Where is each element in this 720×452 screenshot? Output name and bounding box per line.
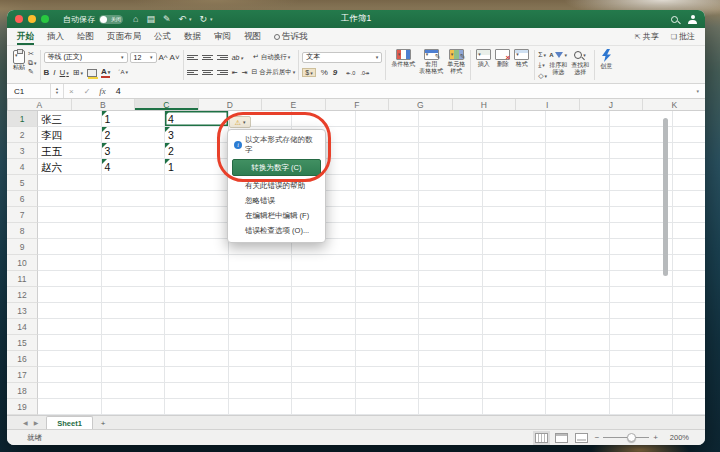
cell-G18[interactable] (419, 383, 483, 399)
row-header-2[interactable]: 2 (7, 127, 38, 143)
cell-K14[interactable] (673, 319, 705, 335)
column-header-A[interactable]: A (8, 99, 72, 110)
ideas-button[interactable]: 创意 (598, 48, 614, 82)
decrease-indent-button[interactable]: ⇤ (232, 69, 238, 77)
cell-G13[interactable] (419, 303, 483, 319)
tab-审阅[interactable]: 审阅 (214, 28, 231, 45)
cell-F1[interactable] (356, 111, 420, 127)
cell-C4[interactable]: 1 (165, 159, 229, 175)
cell-A7[interactable] (38, 207, 102, 223)
number-format-combo[interactable]: 文本 (302, 52, 382, 63)
italic-button[interactable]: I (53, 68, 55, 77)
cell-I5[interactable] (546, 175, 610, 191)
cell-B2[interactable]: 2 (102, 127, 166, 143)
cell-K13[interactable] (673, 303, 705, 319)
cell-E18[interactable] (292, 383, 356, 399)
currency-button[interactable]: $ (302, 68, 315, 77)
increase-decimal-button[interactable]: ↞.0 (346, 70, 355, 76)
cell-C15[interactable] (165, 335, 229, 351)
cell-C19[interactable] (165, 399, 229, 415)
edit-icon[interactable]: ✎ (163, 14, 171, 24)
row-header-11[interactable]: 11 (7, 271, 38, 287)
redo-icon[interactable]: ↻ (200, 14, 208, 24)
cell-D10[interactable] (229, 255, 293, 271)
tab-页面布局[interactable]: 页面布局 (107, 28, 141, 45)
cell-A2[interactable]: 李四 (38, 127, 102, 143)
cell-B8[interactable] (102, 223, 166, 239)
column-header-C[interactable]: C (135, 99, 199, 110)
cell-H13[interactable] (483, 303, 547, 319)
bold-button[interactable]: B (44, 68, 50, 77)
cell-D17[interactable] (229, 367, 293, 383)
cell-G9[interactable] (419, 239, 483, 255)
account-icon[interactable] (688, 15, 697, 24)
cell-E19[interactable] (292, 399, 356, 415)
cell-A14[interactable] (38, 319, 102, 335)
cell-D19[interactable] (229, 399, 293, 415)
cell-I17[interactable] (546, 367, 610, 383)
error-menu-item[interactable]: 转换为数字 (C) (232, 159, 321, 176)
cell-G6[interactable] (419, 191, 483, 207)
cell-D14[interactable] (229, 319, 293, 335)
cell-B9[interactable] (102, 239, 166, 255)
cell-E14[interactable] (292, 319, 356, 335)
font-color-button[interactable]: A (101, 68, 110, 78)
cell-F2[interactable] (356, 127, 420, 143)
minimize-window-button[interactable] (28, 15, 36, 23)
row-header-4[interactable]: 4 (7, 159, 38, 175)
cell-C12[interactable] (165, 287, 229, 303)
cell-I6[interactable] (546, 191, 610, 207)
cell-C6[interactable] (165, 191, 229, 207)
cell-G17[interactable] (419, 367, 483, 383)
align-middle-button[interactable] (202, 53, 213, 62)
cell-E15[interactable] (292, 335, 356, 351)
cell-K15[interactable] (673, 335, 705, 351)
cell-A3[interactable]: 王五 (38, 143, 102, 159)
cell-I16[interactable] (546, 351, 610, 367)
insert-function-icon[interactable]: fx (95, 86, 110, 96)
row-header-15[interactable]: 15 (7, 335, 38, 351)
add-sheet-button[interactable]: + (93, 417, 114, 429)
grow-font-button[interactable]: A^ (159, 53, 168, 62)
cell-F17[interactable] (356, 367, 420, 383)
row-header-9[interactable]: 9 (7, 239, 38, 255)
error-menu-item[interactable]: 忽略错误 (228, 193, 325, 208)
cell-F4[interactable] (356, 159, 420, 175)
cell-F8[interactable] (356, 223, 420, 239)
row-header-10[interactable]: 10 (7, 255, 38, 271)
cell-I14[interactable] (546, 319, 610, 335)
cell-C18[interactable] (165, 383, 229, 399)
tab-视图[interactable]: 视图 (244, 28, 261, 45)
enter-icon[interactable]: ✓ (79, 87, 96, 96)
error-menu-item[interactable]: 错误检查选项 (O)... (228, 223, 325, 238)
cell-A16[interactable] (38, 351, 102, 367)
formula-input[interactable]: 4 (110, 86, 121, 96)
cell-B11[interactable] (102, 271, 166, 287)
wrap-text-button[interactable]: ↵ 自动换行 (253, 53, 290, 62)
cell-I13[interactable] (546, 303, 610, 319)
cell-H3[interactable] (483, 143, 547, 159)
cell-H1[interactable] (483, 111, 547, 127)
cell-E13[interactable] (292, 303, 356, 319)
column-header-K[interactable]: K (643, 99, 705, 110)
percent-button[interactable]: % (321, 68, 328, 77)
cell-K3[interactable] (673, 143, 705, 159)
cell-A4[interactable]: 赵六 (38, 159, 102, 175)
underline-button[interactable]: U (60, 68, 69, 77)
cell-B19[interactable] (102, 399, 166, 415)
column-header-J[interactable]: J (580, 99, 644, 110)
cell-K17[interactable] (673, 367, 705, 383)
autosum-button[interactable]: Σ (538, 51, 546, 58)
cell-B17[interactable] (102, 367, 166, 383)
zoom-in-button[interactable]: + (653, 433, 658, 442)
copy-icon[interactable]: ⧉ (28, 59, 37, 67)
borders-button[interactable]: ⊞ (73, 68, 83, 77)
search-icon[interactable] (671, 16, 678, 23)
cell-C14[interactable] (165, 319, 229, 335)
paste-button[interactable]: 粘贴 (13, 48, 25, 82)
row-header-18[interactable]: 18 (7, 383, 38, 399)
cell-H10[interactable] (483, 255, 547, 271)
undo-caret-icon[interactable]: ▾ (189, 16, 192, 22)
cell-H12[interactable] (483, 287, 547, 303)
column-header-I[interactable]: I (516, 99, 580, 110)
